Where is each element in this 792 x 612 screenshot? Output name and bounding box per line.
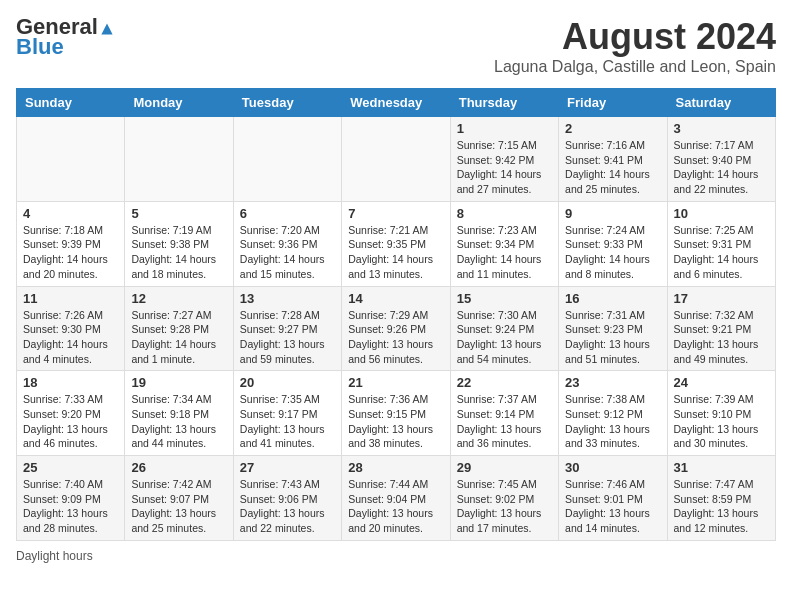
day-info: Sunrise: 7:24 AM Sunset: 9:33 PM Dayligh… [565, 223, 660, 282]
logo-blue-text: Blue [16, 34, 64, 60]
day-info: Sunrise: 7:38 AM Sunset: 9:12 PM Dayligh… [565, 392, 660, 451]
day-info: Sunrise: 7:47 AM Sunset: 8:59 PM Dayligh… [674, 477, 769, 536]
day-number: 3 [674, 121, 769, 136]
svg-marker-0 [101, 23, 112, 34]
day-info: Sunrise: 7:36 AM Sunset: 9:15 PM Dayligh… [348, 392, 443, 451]
day-info: Sunrise: 7:32 AM Sunset: 9:21 PM Dayligh… [674, 308, 769, 367]
day-number: 29 [457, 460, 552, 475]
calendar-day-header: Wednesday [342, 89, 450, 117]
day-number: 1 [457, 121, 552, 136]
calendar-day-cell: 14Sunrise: 7:29 AM Sunset: 9:26 PM Dayli… [342, 286, 450, 371]
day-info: Sunrise: 7:19 AM Sunset: 9:38 PM Dayligh… [131, 223, 226, 282]
calendar-day-cell [17, 117, 125, 202]
day-info: Sunrise: 7:34 AM Sunset: 9:18 PM Dayligh… [131, 392, 226, 451]
day-number: 28 [348, 460, 443, 475]
calendar-day-cell: 8Sunrise: 7:23 AM Sunset: 9:34 PM Daylig… [450, 201, 558, 286]
calendar-day-cell: 12Sunrise: 7:27 AM Sunset: 9:28 PM Dayli… [125, 286, 233, 371]
title-area: August 2024 Laguna Dalga, Castille and L… [494, 16, 776, 76]
calendar-day-cell: 4Sunrise: 7:18 AM Sunset: 9:39 PM Daylig… [17, 201, 125, 286]
calendar-day-cell: 30Sunrise: 7:46 AM Sunset: 9:01 PM Dayli… [559, 456, 667, 541]
calendar-day-cell: 5Sunrise: 7:19 AM Sunset: 9:38 PM Daylig… [125, 201, 233, 286]
calendar-day-cell [125, 117, 233, 202]
day-number: 12 [131, 291, 226, 306]
day-info: Sunrise: 7:42 AM Sunset: 9:07 PM Dayligh… [131, 477, 226, 536]
calendar-day-cell: 15Sunrise: 7:30 AM Sunset: 9:24 PM Dayli… [450, 286, 558, 371]
day-info: Sunrise: 7:16 AM Sunset: 9:41 PM Dayligh… [565, 138, 660, 197]
calendar-week-row: 18Sunrise: 7:33 AM Sunset: 9:20 PM Dayli… [17, 371, 776, 456]
day-info: Sunrise: 7:39 AM Sunset: 9:10 PM Dayligh… [674, 392, 769, 451]
day-number: 30 [565, 460, 660, 475]
month-year-title: August 2024 [494, 16, 776, 58]
day-number: 27 [240, 460, 335, 475]
calendar-day-cell: 23Sunrise: 7:38 AM Sunset: 9:12 PM Dayli… [559, 371, 667, 456]
day-number: 22 [457, 375, 552, 390]
calendar-day-cell: 18Sunrise: 7:33 AM Sunset: 9:20 PM Dayli… [17, 371, 125, 456]
day-info: Sunrise: 7:29 AM Sunset: 9:26 PM Dayligh… [348, 308, 443, 367]
day-number: 14 [348, 291, 443, 306]
calendar-day-cell: 17Sunrise: 7:32 AM Sunset: 9:21 PM Dayli… [667, 286, 775, 371]
day-number: 21 [348, 375, 443, 390]
logo: General Blue [16, 16, 114, 60]
calendar-day-cell: 20Sunrise: 7:35 AM Sunset: 9:17 PM Dayli… [233, 371, 341, 456]
calendar-day-cell: 21Sunrise: 7:36 AM Sunset: 9:15 PM Dayli… [342, 371, 450, 456]
day-info: Sunrise: 7:33 AM Sunset: 9:20 PM Dayligh… [23, 392, 118, 451]
daylight-hours-label: Daylight hours [16, 549, 93, 563]
location-subtitle: Laguna Dalga, Castille and Leon, Spain [494, 58, 776, 76]
calendar-day-header: Sunday [17, 89, 125, 117]
day-number: 5 [131, 206, 226, 221]
day-number: 8 [457, 206, 552, 221]
calendar-day-header: Saturday [667, 89, 775, 117]
day-number: 16 [565, 291, 660, 306]
day-info: Sunrise: 7:43 AM Sunset: 9:06 PM Dayligh… [240, 477, 335, 536]
calendar-day-header: Friday [559, 89, 667, 117]
calendar-day-cell: 28Sunrise: 7:44 AM Sunset: 9:04 PM Dayli… [342, 456, 450, 541]
day-info: Sunrise: 7:27 AM Sunset: 9:28 PM Dayligh… [131, 308, 226, 367]
calendar-table: SundayMondayTuesdayWednesdayThursdayFrid… [16, 88, 776, 541]
day-info: Sunrise: 7:37 AM Sunset: 9:14 PM Dayligh… [457, 392, 552, 451]
page-header: General Blue August 2024 Laguna Dalga, C… [16, 16, 776, 76]
day-info: Sunrise: 7:31 AM Sunset: 9:23 PM Dayligh… [565, 308, 660, 367]
calendar-day-cell: 24Sunrise: 7:39 AM Sunset: 9:10 PM Dayli… [667, 371, 775, 456]
calendar-day-cell: 26Sunrise: 7:42 AM Sunset: 9:07 PM Dayli… [125, 456, 233, 541]
calendar-day-cell: 11Sunrise: 7:26 AM Sunset: 9:30 PM Dayli… [17, 286, 125, 371]
day-number: 24 [674, 375, 769, 390]
day-info: Sunrise: 7:15 AM Sunset: 9:42 PM Dayligh… [457, 138, 552, 197]
calendar-week-row: 1Sunrise: 7:15 AM Sunset: 9:42 PM Daylig… [17, 117, 776, 202]
legend-area: Daylight hours [16, 549, 776, 563]
calendar-week-row: 11Sunrise: 7:26 AM Sunset: 9:30 PM Dayli… [17, 286, 776, 371]
calendar-day-cell: 29Sunrise: 7:45 AM Sunset: 9:02 PM Dayli… [450, 456, 558, 541]
day-number: 9 [565, 206, 660, 221]
day-info: Sunrise: 7:44 AM Sunset: 9:04 PM Dayligh… [348, 477, 443, 536]
day-number: 15 [457, 291, 552, 306]
calendar-day-cell: 6Sunrise: 7:20 AM Sunset: 9:36 PM Daylig… [233, 201, 341, 286]
day-number: 17 [674, 291, 769, 306]
calendar-day-cell: 2Sunrise: 7:16 AM Sunset: 9:41 PM Daylig… [559, 117, 667, 202]
calendar-header-row: SundayMondayTuesdayWednesdayThursdayFrid… [17, 89, 776, 117]
day-info: Sunrise: 7:46 AM Sunset: 9:01 PM Dayligh… [565, 477, 660, 536]
day-number: 31 [674, 460, 769, 475]
calendar-day-cell: 31Sunrise: 7:47 AM Sunset: 8:59 PM Dayli… [667, 456, 775, 541]
calendar-day-cell: 27Sunrise: 7:43 AM Sunset: 9:06 PM Dayli… [233, 456, 341, 541]
day-info: Sunrise: 7:23 AM Sunset: 9:34 PM Dayligh… [457, 223, 552, 282]
day-number: 7 [348, 206, 443, 221]
calendar-day-cell: 22Sunrise: 7:37 AM Sunset: 9:14 PM Dayli… [450, 371, 558, 456]
day-info: Sunrise: 7:20 AM Sunset: 9:36 PM Dayligh… [240, 223, 335, 282]
day-number: 20 [240, 375, 335, 390]
calendar-day-header: Monday [125, 89, 233, 117]
calendar-day-cell: 19Sunrise: 7:34 AM Sunset: 9:18 PM Dayli… [125, 371, 233, 456]
calendar-day-cell: 16Sunrise: 7:31 AM Sunset: 9:23 PM Dayli… [559, 286, 667, 371]
calendar-day-cell: 7Sunrise: 7:21 AM Sunset: 9:35 PM Daylig… [342, 201, 450, 286]
calendar-day-header: Thursday [450, 89, 558, 117]
calendar-day-header: Tuesday [233, 89, 341, 117]
calendar-day-cell [342, 117, 450, 202]
day-number: 4 [23, 206, 118, 221]
logo-icon [100, 22, 114, 36]
calendar-day-cell: 13Sunrise: 7:28 AM Sunset: 9:27 PM Dayli… [233, 286, 341, 371]
calendar-day-cell [233, 117, 341, 202]
day-number: 18 [23, 375, 118, 390]
day-info: Sunrise: 7:28 AM Sunset: 9:27 PM Dayligh… [240, 308, 335, 367]
calendar-day-cell: 10Sunrise: 7:25 AM Sunset: 9:31 PM Dayli… [667, 201, 775, 286]
day-number: 25 [23, 460, 118, 475]
day-number: 23 [565, 375, 660, 390]
day-info: Sunrise: 7:35 AM Sunset: 9:17 PM Dayligh… [240, 392, 335, 451]
